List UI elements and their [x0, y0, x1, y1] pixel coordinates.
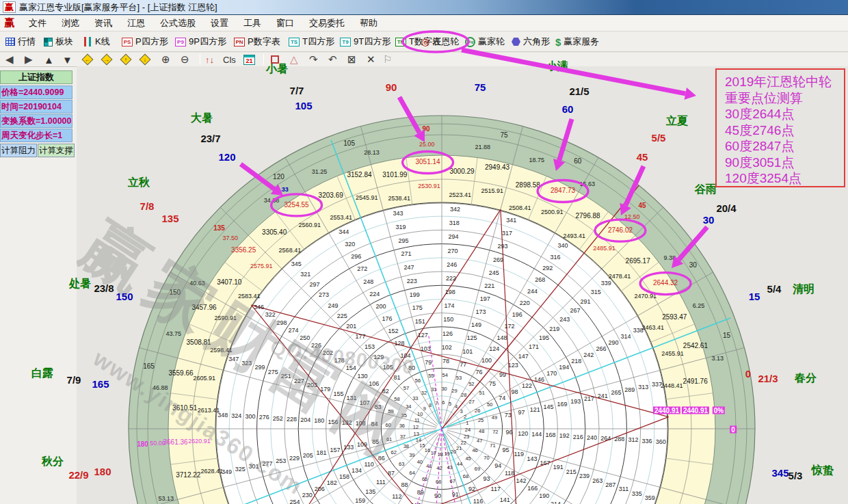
- solar-date: 23/7: [200, 133, 220, 144]
- wheel-label: 2478.41: [609, 273, 631, 280]
- menu-item-1[interactable]: 浏览: [54, 15, 87, 31]
- wheel-label: 56: [415, 377, 421, 384]
- wheel-label: 66: [436, 479, 441, 485]
- wheel-label: 16: [425, 447, 430, 453]
- wheel-label: 110: [364, 461, 373, 468]
- wheel-label: 127: [418, 332, 428, 339]
- wheel-label: 3254.55: [284, 201, 310, 209]
- nav-down-icon: ▼: [62, 54, 72, 66]
- toolbar-button-winner-service[interactable]: $赢家服务: [555, 34, 599, 49]
- menu-logo-icon: 赢: [4, 16, 14, 29]
- toolbar-button-kline[interactable]: K线: [83, 34, 110, 49]
- wheel-label: 2545.91: [356, 194, 378, 201]
- wheel-label: 193: [570, 398, 581, 405]
- tool-rotate-ccw[interactable]: ↶: [328, 53, 337, 66]
- menu-item-8[interactable]: 交易委托: [302, 15, 352, 31]
- wheel-label: 122: [522, 382, 532, 389]
- toolbar-button-9t-square[interactable]: T99T四方形: [340, 34, 390, 49]
- wheel-label: 360: [656, 438, 666, 445]
- wheel-label: 49: [492, 414, 497, 421]
- wheel-label: 298: [277, 319, 287, 326]
- tool-nav-right[interactable]: ▶: [25, 53, 33, 66]
- wheel-label: 105: [343, 140, 355, 147]
- tool-step-left[interactable]: ←: [83, 53, 92, 66]
- wheel-label: 203: [307, 382, 317, 388]
- toolbar-button-p-square[interactable]: PSP四方形: [122, 34, 168, 49]
- tool-sep1: [200, 53, 200, 66]
- wheel-label: 128: [394, 340, 404, 347]
- wheel-label: 98: [511, 388, 518, 395]
- menu-item-2[interactable]: 资讯: [87, 15, 120, 31]
- solar-date: 21/5: [569, 85, 589, 97]
- tool-zoom-out[interactable]: ⊖: [181, 53, 189, 66]
- wheel-label: 313: [638, 384, 648, 390]
- tool-select-box[interactable]: ⊠: [347, 53, 356, 66]
- zoom-out-icon: ⊖: [181, 53, 189, 66]
- menu-item-9[interactable]: 帮助: [352, 15, 385, 31]
- tool-step-down[interactable]: ↓: [141, 53, 149, 66]
- wheel-label: 342: [450, 206, 460, 213]
- wheel-label: 121: [530, 406, 540, 413]
- tool-nav-down[interactable]: ▼: [62, 53, 72, 66]
- toolbar-button-p-table[interactable]: PNP数字表: [234, 34, 280, 49]
- menu-item-4[interactable]: 公式选股: [153, 15, 203, 31]
- tool-price-axis[interactable]: ↑↓: [205, 53, 214, 66]
- wheel-label: 157: [330, 447, 340, 453]
- wheel-label: 247: [404, 264, 414, 271]
- wheel-label: 123: [508, 362, 518, 369]
- menu-item-0[interactable]: 文件: [21, 15, 54, 31]
- highlight-value-0: 2440.91: [653, 407, 680, 414]
- toolbar-button-quotes[interactable]: 行情: [5, 34, 36, 49]
- tool-step-up[interactable]: ↑: [122, 53, 130, 66]
- tool-cross-drag[interactable]: ✕: [367, 53, 375, 66]
- degree-label-150: 150: [116, 291, 133, 302]
- wheel-label: 216: [573, 434, 583, 440]
- wheel-label: 167: [540, 460, 551, 466]
- wheel-label: 319: [396, 224, 406, 230]
- wheel-label: 147: [518, 353, 529, 360]
- wheel-label: 101: [462, 348, 473, 355]
- toolbar-button-hexagon[interactable]: 六角形: [512, 34, 550, 49]
- wheel-label: 111: [376, 479, 386, 486]
- wheel-label: 173: [475, 308, 486, 315]
- menu-item-5[interactable]: 设置: [203, 15, 236, 31]
- wheel-label: 348: [217, 412, 228, 419]
- wheel-label: 246: [447, 261, 457, 268]
- toolbar-button-gann-wheel[interactable]: ◎江恩轮: [421, 34, 459, 49]
- annotation-line-4: 60度2847点: [725, 138, 844, 155]
- wheel-label: 100: [481, 357, 492, 364]
- menu-item-7[interactable]: 窗口: [269, 15, 302, 31]
- wheel-label: 75: [501, 131, 509, 139]
- tool-cls[interactable]: Cls: [223, 53, 236, 66]
- wheel-label: 2515.91: [481, 187, 504, 194]
- menu-item-3[interactable]: 江恩: [120, 15, 153, 31]
- tool-rotate-cw[interactable]: ↷: [309, 53, 318, 66]
- wheel-label: 2847.73: [551, 187, 576, 194]
- tool-nav-up[interactable]: ▲: [44, 53, 54, 66]
- menu-bar: 赢 文件浏览资讯江恩公式选股设置工具窗口交易委托帮助: [0, 15, 848, 31]
- wheel-label: 295: [399, 237, 409, 244]
- wheel-label: 349: [222, 468, 232, 475]
- tool-calendar[interactable]: 21: [243, 53, 255, 66]
- title-bar[interactable]: 赢 赢家江恩专业版[赢家服务平台] - [上证指数 江恩轮]: [0, 0, 848, 15]
- menu-item-6[interactable]: 工具: [236, 15, 269, 31]
- wheel-label: 3559.66: [168, 369, 194, 377]
- winner-service-label: 赢家服务: [564, 36, 599, 48]
- wheel-label: 190: [539, 492, 549, 499]
- tool-step-right[interactable]: →: [103, 53, 111, 66]
- toolbar-button-9p-square[interactable]: P99P四方形: [175, 34, 226, 49]
- tool-flag[interactable]: ⚐: [383, 53, 392, 66]
- wheel-label: 3: [460, 408, 462, 414]
- tool-nav-left[interactable]: ◀: [5, 53, 14, 66]
- toolbar-button-t-square[interactable]: TST四方形: [289, 34, 334, 49]
- solar-term-处暑: 处暑: [69, 277, 91, 291]
- panel-row-3: 周天变化步长=1: [0, 129, 72, 142]
- panel-button-resistance[interactable]: 计算阻力: [0, 144, 37, 157]
- tool-draw-triangle[interactable]: △: [290, 53, 298, 66]
- tool-zoom-in[interactable]: ⊕: [161, 53, 170, 66]
- toolbar-button-sectors[interactable]: 板块: [44, 34, 73, 49]
- wheel-label: 11: [414, 417, 420, 423]
- degree-label-345: 345: [771, 467, 789, 479]
- panel-button-support[interactable]: 计算支撑: [38, 144, 75, 157]
- toolbar-button-winner-wheel[interactable]: Big赢家轮: [465, 34, 505, 49]
